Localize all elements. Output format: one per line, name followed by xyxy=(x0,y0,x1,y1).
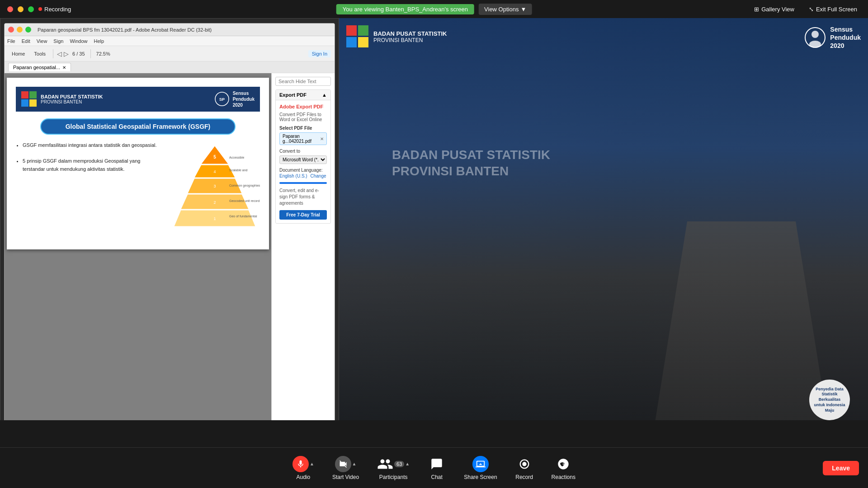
acrobat-tab-bar: Paparan geospatial... ✕ xyxy=(5,61,335,73)
reactions-button[interactable]: Reactions xyxy=(542,452,585,484)
top-bar-right: ⊞ Gallery View ⤡ Exit Full Screen xyxy=(750,4,861,14)
convert-to-label: Convert to xyxy=(279,149,327,154)
export-pdf-label: Export PDF xyxy=(279,92,307,98)
svg-point-30 xyxy=(522,462,526,466)
exit-fullscreen-button[interactable]: ⤡ Exit Full Screen xyxy=(805,4,861,14)
export-panel-header[interactable]: Export PDF ▲ xyxy=(276,90,330,100)
dark-lower-area xyxy=(0,420,868,447)
video-overlay-top: BADAN PUSAT STATISTIK PROVINSI BANTEN Se… xyxy=(339,18,868,57)
share-screen-label: Share Screen xyxy=(464,474,497,480)
minimize-window-dot[interactable] xyxy=(18,6,24,12)
record-label: Record xyxy=(515,474,533,480)
remove-file-icon[interactable]: ✕ xyxy=(320,136,324,141)
svg-rect-23 xyxy=(346,37,357,47)
win-min-button[interactable] xyxy=(17,27,23,33)
menu-window[interactable]: Window xyxy=(70,38,87,44)
svg-rect-24 xyxy=(358,37,368,47)
free-trial-button[interactable]: Free 7-Day Trial xyxy=(279,210,327,220)
main-content: Paparan geospasial BPS fm 13042021.pdf -… xyxy=(0,18,868,447)
share-screen-button[interactable]: Share Screen xyxy=(455,452,506,484)
sidebar-search-input[interactable] xyxy=(275,77,331,86)
document-tab[interactable]: Paparan geospatial... ✕ xyxy=(8,63,71,71)
sensus-penduduk-icon xyxy=(804,26,826,49)
acrobat-titlebar: Paparan geospasial BPS fm 13042021.pdf -… xyxy=(5,23,335,36)
prev-page-icon[interactable]: ◁ xyxy=(57,50,62,57)
video-arrow-icon[interactable]: ▲ xyxy=(352,461,357,466)
building-text: BADAN PUSAT STATISTIKPROVINSI BANTEN xyxy=(392,147,550,180)
chat-bubble-icon xyxy=(430,458,443,470)
chat-button[interactable]: Chat xyxy=(419,452,455,484)
pdf-pyramid-column: 5 4 3 2 xyxy=(170,141,260,234)
pdf-header: BADAN PUSAT STATISTIK PROVINSI BANTEN SP… xyxy=(16,87,260,112)
pdf-bullet-1: GSGF memfasilitasi integrasi antara stat… xyxy=(23,141,163,150)
bps-logo-area: BADAN PUSAT STATISTIK PROVINSI BANTEN xyxy=(21,91,103,107)
sensus-text-pdf: SensusPenduduk2020 xyxy=(233,90,255,108)
circle-badge-text: Penyedia Data Statistik Berkualitas untu… xyxy=(813,387,846,413)
doc-lang-value: English (U.S.) Change xyxy=(279,174,327,178)
win-max-button[interactable] xyxy=(25,27,31,33)
svg-text:Geo of fundamental: Geo of fundamental xyxy=(229,215,257,218)
gallery-view-icon: ⊞ xyxy=(754,6,759,13)
svg-rect-1 xyxy=(29,91,37,99)
audio-button[interactable]: ▲ Audio xyxy=(283,452,323,484)
exit-fullscreen-icon: ⤡ xyxy=(809,6,814,13)
video-label: Start Video xyxy=(332,474,359,480)
gallery-view-button[interactable]: ⊞ Gallery View xyxy=(750,4,798,14)
leave-button[interactable]: Leave xyxy=(823,461,859,475)
select-pdf-label: Select PDF File xyxy=(279,126,327,131)
reactions-icon xyxy=(555,456,571,472)
svg-text:2: 2 xyxy=(213,200,216,205)
pdf-page: BADAN PUSAT STATISTIK PROVINSI BANTEN SP… xyxy=(7,78,269,249)
selected-filename: Paparan g...042021.pdf xyxy=(283,134,320,144)
change-lang-link[interactable]: Change xyxy=(310,174,326,178)
bottom-toolbar: ▲ Audio ▲ Start Video 63 ▲ Participants xyxy=(0,447,868,488)
export-panel: Export PDF ▲ Adobe Export PDF Convert PD… xyxy=(275,89,331,224)
exit-fullscreen-label: Exit Full Screen xyxy=(816,6,857,13)
menu-sign[interactable]: Sign xyxy=(53,38,63,44)
page-indicator: 6 / 35 xyxy=(72,51,85,56)
win-close-button[interactable] xyxy=(8,27,14,33)
doc-lang-text: English (U.S.) xyxy=(279,174,307,178)
svg-text:Scalable and: Scalable and xyxy=(229,169,248,172)
start-video-button[interactable]: ▲ Start Video xyxy=(323,452,368,484)
svg-text:Common geographies: Common geographies xyxy=(229,184,260,188)
org-name-pdf: BADAN PUSAT STATISTIK xyxy=(41,94,103,99)
participants-button[interactable]: 63 ▲ Participants xyxy=(368,452,419,484)
convert-to-select[interactable]: Microsoft Word (*.docx) Excel Spreadshee… xyxy=(279,155,327,164)
svg-point-27 xyxy=(809,41,821,48)
view-options-button[interactable]: View Options ▼ xyxy=(479,4,532,15)
gallery-view-label: Gallery View xyxy=(761,6,794,13)
acrobat-sidebar: Export PDF ▲ Adobe Export PDF Convert PD… xyxy=(271,73,335,443)
acrobat-body: BADAN PUSAT STATISTIK PROVINSI BANTEN SP… xyxy=(5,73,335,443)
menu-edit[interactable]: Edit xyxy=(22,38,30,44)
view-options-chevron-icon: ▼ xyxy=(520,6,526,13)
circle-badge: Penyedia Data Statistik Berkualitas untu… xyxy=(809,380,850,420)
pdf-title: Global Statistical Geospatial Framework … xyxy=(40,118,236,135)
svg-text:Geocoded unit record data: Geocoded unit record data xyxy=(229,199,260,202)
bps-logo-svg xyxy=(21,91,37,107)
menu-help[interactable]: Help xyxy=(94,38,104,44)
menu-view[interactable]: View xyxy=(37,38,47,44)
svg-rect-2 xyxy=(21,99,28,107)
document-tab-label: Paparan geospatial... xyxy=(13,65,60,70)
recording-dot xyxy=(38,7,42,11)
pdf-main-area[interactable]: BADAN PUSAT STATISTIK PROVINSI BANTEN SP… xyxy=(5,73,271,443)
participants-arrow-icon[interactable]: ▲ xyxy=(405,461,410,466)
acrobat-toolbar: Home Tools ◁ ▷ 6 / 35 72.5% Sign In xyxy=(5,46,335,61)
close-window-dot[interactable] xyxy=(7,6,13,12)
convert-files-desc: Convert PDF Files to Word or Excel Onlin… xyxy=(279,112,327,122)
sign-in-button[interactable]: Sign In xyxy=(308,50,331,57)
acrobat-home-tab[interactable]: Home xyxy=(8,50,28,57)
audio-arrow-icon[interactable]: ▲ xyxy=(310,461,314,466)
acrobat-tools-tab[interactable]: Tools xyxy=(30,50,49,57)
participants-count: 63 xyxy=(394,461,404,467)
maximize-window-dot[interactable] xyxy=(28,6,34,12)
view-options-label: View Options xyxy=(484,6,519,13)
bps-banten-logo-video: BADAN PUSAT STATISTIK PROVINSI BANTEN xyxy=(346,25,447,48)
next-page-icon[interactable]: ▷ xyxy=(64,50,69,57)
record-button[interactable]: Record xyxy=(506,452,542,484)
close-tab-icon[interactable]: ✕ xyxy=(62,65,66,70)
svg-point-26 xyxy=(811,31,819,38)
menu-file[interactable]: File xyxy=(7,38,15,44)
svg-rect-22 xyxy=(358,25,368,36)
